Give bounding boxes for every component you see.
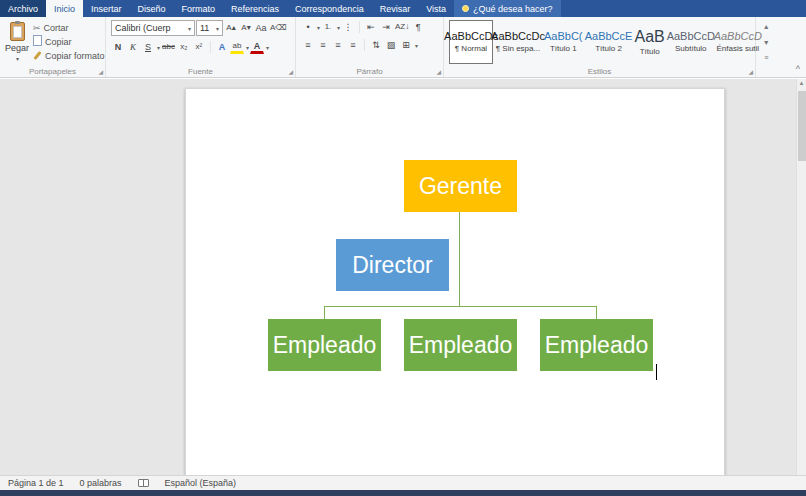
tab-revisar[interactable]: Revisar: [372, 0, 419, 17]
divider: [364, 39, 365, 51]
taskbar-edge: [0, 490, 806, 496]
justify-button[interactable]: ≡: [346, 38, 360, 52]
chevron-down-icon: ▾: [216, 25, 219, 32]
font-color-button[interactable]: A: [250, 40, 264, 54]
style-sin-espaciado[interactable]: AaBbCcDc ¶ Sin espa...: [496, 20, 540, 64]
style-normal[interactable]: AaBbCcDc ¶ Normal: [449, 20, 493, 64]
tell-me-search[interactable]: ¿Qué desea hacer?: [454, 0, 561, 17]
clear-format-button[interactable]: A⌫: [269, 21, 288, 35]
connector-line: [324, 306, 325, 319]
tab-insertar[interactable]: Insertar: [83, 0, 130, 17]
cut-button[interactable]: ✂ Cortar: [33, 21, 105, 34]
chevron-down-icon: ▾: [188, 25, 191, 32]
multilevel-list-button[interactable]: ⋮: [341, 20, 355, 34]
dialog-launcher-icon[interactable]: ◢: [436, 69, 441, 75]
tab-referencias[interactable]: Referencias: [223, 0, 287, 17]
text-effects-button[interactable]: A: [215, 40, 229, 54]
style-enfasis-sutil[interactable]: AaBbCcD Énfasis sutil: [716, 20, 760, 64]
language-indicator[interactable]: Español (España): [165, 478, 237, 488]
group-label-fuente: Fuente: [106, 67, 295, 76]
font-family-combo[interactable]: Calibri (Cuerp ▾: [111, 20, 195, 36]
text-cursor: [656, 364, 657, 380]
increase-indent-button[interactable]: ⇥: [379, 20, 393, 34]
style-titulo-2[interactable]: AaBbCcE Título 2: [587, 20, 631, 64]
tab-archivo[interactable]: Archivo: [0, 0, 46, 17]
subscript-button[interactable]: x₂: [177, 40, 191, 54]
group-label-parrafo: Párrafo: [296, 67, 443, 76]
chevron-down-icon[interactable]: ▾: [266, 44, 269, 51]
document-area[interactable]: Gerente Director Empleado Empleado Emple…: [0, 79, 796, 483]
group-estilos: AaBbCcDc ¶ Normal AaBbCcDc ¶ Sin espa...…: [444, 17, 756, 77]
tab-formato[interactable]: Formato: [174, 0, 224, 17]
italic-button[interactable]: K: [126, 40, 140, 54]
align-center-button[interactable]: ≡: [316, 38, 330, 52]
proofing-book-icon[interactable]: [138, 479, 149, 487]
org-node-empleado-2[interactable]: Empleado: [404, 319, 517, 371]
bold-button[interactable]: N: [111, 40, 125, 54]
format-painter-button[interactable]: Copiar formato: [33, 49, 105, 62]
copy-icon: [35, 37, 42, 46]
brush-icon: [33, 51, 41, 60]
dialog-launcher-icon[interactable]: ◢: [748, 69, 753, 75]
chevron-down-icon[interactable]: ▾: [337, 24, 340, 31]
scrollbar-thumb[interactable]: [798, 91, 806, 161]
style-subtitulo[interactable]: AaBbCcD Subtítulo: [669, 20, 713, 64]
align-right-button[interactable]: ≡: [331, 38, 345, 52]
org-node-director[interactable]: Director: [336, 239, 449, 291]
line-spacing-button[interactable]: ⇅: [369, 38, 383, 52]
chevron-down-icon: ▾: [16, 55, 19, 62]
chevron-down-icon[interactable]: ▾: [246, 44, 249, 51]
group-fuente: Calibri (Cuerp ▾ 11 ▾ A▴ A▾ Aa A⌫ N K S: [106, 17, 296, 77]
chevron-down-icon[interactable]: ▾: [157, 44, 160, 51]
org-node-empleado-3[interactable]: Empleado: [540, 319, 653, 371]
numbering-button[interactable]: 1.: [321, 20, 335, 34]
connector-line: [324, 306, 597, 307]
sort-button[interactable]: AZ↓: [394, 20, 410, 34]
grow-font-button[interactable]: A▴: [224, 21, 238, 35]
tell-me-label: ¿Qué desea hacer?: [473, 4, 553, 14]
ribbon-tab-bar: Archivo Inicio Insertar Diseño Formato R…: [0, 0, 806, 17]
connector-line: [596, 306, 597, 319]
style-titulo[interactable]: AaB Título: [634, 20, 666, 64]
scissors-icon: ✂: [33, 23, 41, 33]
underline-button[interactable]: S: [141, 40, 155, 54]
group-label-estilos: Estilos: [444, 67, 755, 76]
dialog-launcher-icon[interactable]: ◢: [288, 69, 293, 75]
paste-button[interactable]: Pegar ▾: [5, 20, 29, 64]
strikethrough-button[interactable]: abc: [161, 40, 176, 54]
font-size-combo[interactable]: 11 ▾: [196, 20, 223, 36]
tab-diseno[interactable]: Diseño: [130, 0, 174, 17]
page-count[interactable]: Página 1 de 1: [8, 478, 64, 488]
show-marks-button[interactable]: ¶: [411, 20, 425, 34]
borders-button[interactable]: ⊞: [399, 38, 413, 52]
scroll-up-icon[interactable]: ▲: [797, 80, 806, 86]
word-count[interactable]: 0 palabras: [80, 478, 122, 488]
status-bar: Página 1 de 1 0 palabras Español (España…: [0, 475, 806, 490]
collapse-ribbon-icon[interactable]: ^: [796, 64, 800, 74]
ribbon: Pegar ▾ ✂ Cortar Copiar Copiar formato: [0, 17, 806, 78]
shading-button[interactable]: ▨: [384, 38, 398, 52]
tab-correspondencia[interactable]: Correspondencia: [287, 0, 372, 17]
decrease-indent-button[interactable]: ⇤: [364, 20, 378, 34]
org-node-gerente[interactable]: Gerente: [404, 160, 517, 212]
divider: [359, 21, 360, 33]
chevron-down-icon[interactable]: ▾: [317, 24, 320, 31]
highlight-color-button[interactable]: ab: [230, 40, 244, 54]
word-window: Archivo Inicio Insertar Diseño Formato R…: [0, 0, 806, 496]
bullets-button[interactable]: •: [301, 20, 315, 34]
document-page[interactable]: Gerente Director Empleado Empleado Emple…: [185, 88, 725, 480]
dialog-launcher-icon[interactable]: ◢: [98, 69, 103, 75]
tab-inicio[interactable]: Inicio: [46, 0, 83, 17]
chevron-down-icon[interactable]: ▾: [415, 42, 418, 49]
lightbulb-icon: [462, 5, 469, 12]
style-titulo-1[interactable]: AaBbC( Título 1: [543, 20, 584, 64]
change-case-button[interactable]: Aa: [254, 21, 268, 35]
shrink-font-button[interactable]: A▾: [239, 21, 253, 35]
group-parrafo: • ▾ 1. ▾ ⋮ ⇤ ⇥ AZ↓ ¶ ≡ ≡ ≡ ≡ ⇅: [296, 17, 444, 77]
org-node-empleado-1[interactable]: Empleado: [268, 319, 381, 371]
tab-vista[interactable]: Vista: [418, 0, 454, 17]
vertical-scrollbar[interactable]: ▲: [796, 79, 806, 483]
align-left-button[interactable]: ≡: [301, 38, 315, 52]
copy-button[interactable]: Copiar: [33, 35, 105, 48]
superscript-button[interactable]: x²: [192, 40, 206, 54]
